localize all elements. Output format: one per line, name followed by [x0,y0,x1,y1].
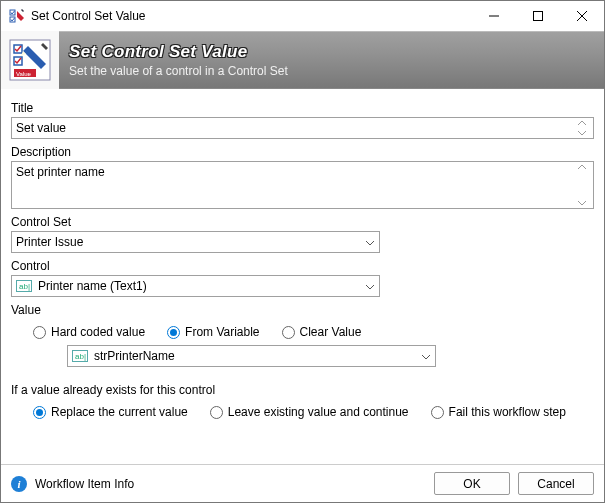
controlset-label: Control Set [11,215,594,229]
svg-rect-4 [10,40,50,80]
svg-rect-11 [73,351,88,362]
controlset-select[interactable]: Printer Issue [11,231,380,253]
radio-leave-label: Leave existing value and continue [228,405,409,419]
svg-rect-0 [9,8,25,24]
description-input[interactable]: Set printer name [11,161,594,209]
svg-rect-3 [534,12,543,21]
value-label: Value [11,303,594,317]
info-icon: i [11,476,27,492]
existing-label: If a value already exists for this contr… [11,383,594,397]
existing-behavior-group: Replace the current value Leave existing… [11,405,594,419]
titlebar: Set Control Set Value [1,1,604,31]
svg-rect-2 [10,17,15,22]
header-title: Set Control Set Value [69,42,288,62]
svg-text:ab|: ab| [75,352,86,361]
workflow-item-info-link[interactable]: Workflow Item Info [35,477,134,491]
radio-replace[interactable]: Replace the current value [33,405,188,419]
window-title: Set Control Set Value [31,9,146,23]
chevron-down-icon [421,349,431,363]
radio-hardcoded-label: Hard coded value [51,325,145,339]
radio-replace-label: Replace the current value [51,405,188,419]
form-body: Title Set value Description Set printer … [1,89,604,464]
radio-clear-value[interactable]: Clear Value [282,325,362,339]
description-value: Set printer name [16,165,105,179]
minimize-button[interactable] [472,1,516,31]
textbox-icon: ab| [72,350,88,362]
title-stepper[interactable] [577,118,591,138]
svg-rect-1 [10,10,15,15]
radio-fail-label: Fail this workflow step [449,405,566,419]
close-button[interactable] [560,1,604,31]
svg-text:ab|: ab| [19,282,30,291]
header-band: Value Set Control Set Value Set the valu… [1,31,604,89]
controlset-value: Printer Issue [16,235,83,249]
chevron-down-icon [365,235,375,249]
description-label: Description [11,145,594,159]
control-value: Printer name (Text1) [38,279,147,293]
ok-button[interactable]: OK [434,472,510,495]
chevron-down-icon [365,279,375,293]
svg-rect-7 [14,69,36,77]
radio-clear-value-label: Clear Value [300,325,362,339]
cancel-button[interactable]: Cancel [518,472,594,495]
svg-rect-6 [14,57,22,65]
svg-rect-9 [17,281,32,292]
title-input[interactable]: Set value [11,117,594,139]
control-label: Control [11,259,594,273]
textbox-icon: ab| [16,280,32,292]
control-select[interactable]: ab| Printer name (Text1) [11,275,380,297]
app-icon [9,8,25,24]
svg-rect-5 [14,45,22,53]
variable-select[interactable]: ab| strPrinterName [67,345,436,367]
title-value: Set value [16,121,66,135]
variable-value: strPrinterName [94,349,175,363]
header-icon: Value [1,31,59,89]
radio-fail[interactable]: Fail this workflow step [431,405,566,419]
value-source-group: Hard coded value From Variable Clear Val… [11,325,594,339]
header-subtitle: Set the value of a control in a Control … [69,64,288,78]
radio-hardcoded[interactable]: Hard coded value [33,325,145,339]
title-label: Title [11,101,594,115]
radio-from-variable-label: From Variable [185,325,259,339]
svg-text:Value: Value [16,71,32,77]
description-stepper[interactable] [577,162,591,208]
maximize-button[interactable] [516,1,560,31]
footer: i Workflow Item Info OK Cancel [1,464,604,502]
radio-from-variable[interactable]: From Variable [167,325,259,339]
radio-leave[interactable]: Leave existing value and continue [210,405,409,419]
